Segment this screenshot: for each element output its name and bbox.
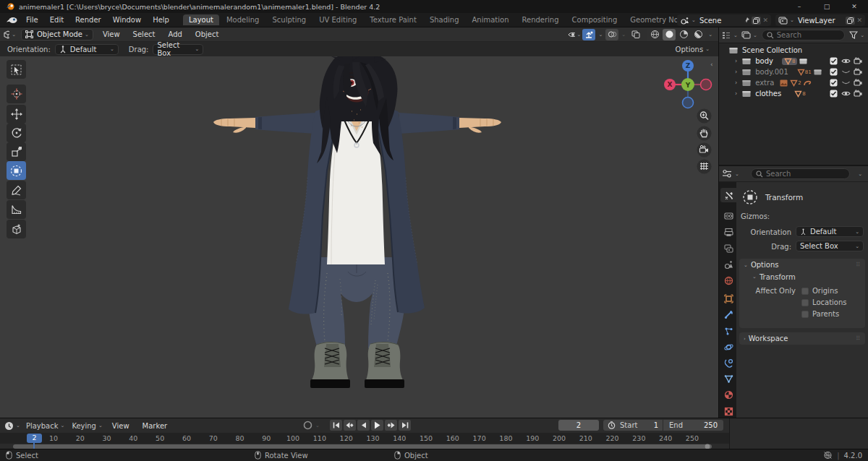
properties-options-chevron[interactable]: ⌄ [858, 171, 862, 177]
prop-orientation-dropdown[interactable]: Default ⌄ [796, 226, 864, 237]
new-scene-button[interactable] [752, 17, 761, 25]
viewport-menu-add[interactable]: Add [161, 30, 188, 38]
tool-select-box[interactable] [7, 60, 26, 79]
gizmos-toggle[interactable] [582, 29, 595, 40]
camera-view-button[interactable] [697, 142, 712, 158]
keying-menu[interactable]: Keying⌄ [72, 422, 102, 430]
pan-button[interactable] [697, 126, 712, 141]
toggle-grid-button[interactable] [697, 159, 712, 174]
overlays-toggle[interactable] [605, 29, 618, 40]
tab-view-layer[interactable] [720, 241, 736, 256]
outliner-row-scene-collection[interactable]: Scene Collection [719, 45, 868, 56]
exclude-checkbox[interactable] [830, 79, 838, 87]
prev-keyframe-button[interactable] [344, 420, 356, 431]
tool-add-cube[interactable] [7, 220, 26, 238]
current-frame-field[interactable]: 2 [558, 420, 599, 431]
workspace-tab-compositing[interactable]: Compositing [566, 14, 624, 25]
expand-arrow[interactable]: › [735, 69, 737, 75]
menu-render[interactable]: Render [69, 16, 107, 24]
timeline-editor-type-button[interactable]: ⌄ [4, 421, 20, 431]
outliner-row-body[interactable]: › body 8 [719, 56, 868, 66]
outliner-filter-obj-button[interactable]: ⌄ [741, 31, 757, 39]
minimize-button[interactable]: – [786, 3, 813, 10]
tab-render[interactable] [720, 208, 736, 223]
frame-start-field[interactable]: Start 1 [603, 420, 663, 431]
workspace-tab-texture-paint[interactable]: Texture Paint [364, 14, 422, 25]
tab-modifiers[interactable] [720, 307, 736, 322]
shading-wireframe-button[interactable] [648, 29, 661, 40]
viewport-menu-select[interactable]: Select [127, 30, 162, 38]
playback-menu[interactable]: Playback⌄ [26, 422, 65, 430]
locations-checkbox[interactable] [801, 299, 809, 306]
outliner-display-mode-button[interactable]: ⌄ [721, 31, 738, 40]
workspace-panel[interactable]: › Workspace ⠿ [739, 332, 865, 345]
tool-rotate[interactable] [7, 124, 26, 142]
editor-type-button[interactable]: ⌄ [3, 29, 16, 40]
menu-edit[interactable]: Edit [44, 16, 69, 24]
exclude-checkbox[interactable] [830, 68, 838, 76]
outliner-row-clothes[interactable]: › clothes 8 [719, 88, 868, 99]
maximize-button[interactable]: □ [813, 3, 841, 10]
hide-eye-closed-icon[interactable] [841, 79, 851, 87]
tab-world[interactable] [720, 273, 736, 288]
options-panel-header[interactable]: ⌄ Options ⠿ [739, 259, 865, 271]
parents-checkbox[interactable] [801, 311, 809, 318]
tab-physics[interactable] [720, 340, 736, 354]
viewport-canvas[interactable]: ‹ Z X Y [0, 56, 718, 418]
navigation-gizmo[interactable]: Z X Y [662, 58, 716, 112]
disable-render-camera-icon[interactable] [854, 90, 862, 98]
disable-render-camera-icon[interactable] [854, 79, 862, 87]
workspace-tab-shading[interactable]: Shading [424, 14, 465, 25]
unlink-scene-button[interactable]: ✕ [762, 17, 768, 24]
menu-file[interactable]: File [20, 16, 44, 24]
orientation-dropdown[interactable]: Default ⌄ [55, 44, 119, 55]
pin-icon[interactable] [743, 17, 750, 24]
workspace-tab-sculpting[interactable]: Sculpting [266, 14, 312, 25]
origins-checkbox[interactable] [801, 288, 809, 295]
workspace-tab-layout[interactable]: Layout [183, 14, 219, 25]
tool-annotate[interactable] [7, 181, 26, 199]
scene-selector[interactable]: ⌄ Scene ✕ [677, 14, 771, 26]
panel-grip[interactable]: ⠿ [856, 262, 861, 268]
workspace-tab-modeling[interactable]: Modeling [221, 14, 265, 25]
options-dropdown[interactable]: Options ⌄ [676, 46, 710, 53]
outliner-search-input[interactable]: Search [762, 30, 845, 40]
current-frame-marker[interactable]: 2 [27, 434, 42, 443]
tab-particles[interactable] [720, 324, 736, 338]
viewport-menu-view[interactable]: View [96, 30, 127, 38]
properties-editor-type-button[interactable]: ⌄ [722, 169, 739, 178]
menu-window[interactable]: Window [107, 16, 147, 24]
hide-eye-icon[interactable] [841, 90, 851, 98]
menu-help[interactable]: Help [147, 16, 175, 24]
viewport-menu-object[interactable]: Object [189, 30, 226, 38]
workspace-tab-rendering[interactable]: Rendering [516, 14, 564, 25]
tab-output[interactable] [720, 225, 736, 239]
tab-texture[interactable] [720, 404, 736, 418]
mode-dropdown[interactable]: Object Mode ⌄ [21, 29, 93, 40]
scene-name[interactable]: Scene [699, 17, 722, 25]
properties-search-input[interactable]: Search [751, 168, 850, 179]
workspace-tab-uv-editing[interactable]: UV Editing [313, 14, 362, 25]
prev-frame-button[interactable] [357, 420, 370, 431]
panel-grip[interactable]: ⠿ [856, 335, 861, 342]
drag-dropdown[interactable]: Select Box ⌄ [153, 44, 203, 55]
zoom-button[interactable] [697, 108, 712, 124]
play-button[interactable] [371, 420, 383, 431]
xray-toggle[interactable] [629, 29, 642, 40]
tab-tool[interactable] [720, 188, 736, 202]
timeline-view-menu[interactable]: View [106, 422, 136, 430]
character-model[interactable] [0, 56, 718, 418]
auto-key-button[interactable]: ⌄ [302, 420, 320, 431]
shading-solid-button[interactable] [663, 29, 676, 40]
workspace-tab-animation[interactable]: Animation [467, 14, 515, 25]
next-keyframe-button[interactable] [385, 420, 397, 431]
tab-constraints[interactable] [720, 356, 736, 370]
viewlayer-selector[interactable]: ⌄ ViewLayer ✕ [775, 14, 865, 26]
disable-render-camera-icon[interactable] [854, 57, 862, 65]
new-viewlayer-button[interactable] [846, 17, 855, 25]
tab-object-data[interactable] [720, 371, 736, 386]
hide-eye-icon[interactable] [841, 57, 851, 65]
outliner-row-body-001[interactable]: › body.001 81 [719, 66, 868, 77]
transform-subpanel-header[interactable]: ⌄ Transform [739, 271, 865, 283]
close-button[interactable]: ✕ [841, 3, 868, 10]
